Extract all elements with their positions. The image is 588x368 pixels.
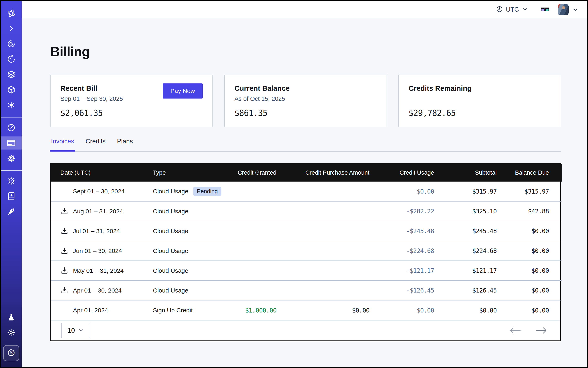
credit-usage-value: $0.00 [370,182,434,201]
table-row: Aug 01 – 31, 2024 Cloud Usage -$282.22 $… [51,201,562,221]
sidebar-item-theme[interactable] [1,326,22,339]
credit-purchase-amount-value [276,182,370,201]
page-size-value: 10 [67,327,75,334]
docs-book-icon [7,192,16,201]
clock-icon [496,6,503,13]
pay-now-button[interactable]: Pay Now [163,83,203,99]
invoice-date: Jun 01 – 30, 2024 [73,248,122,254]
subtotal-value: $121.17 [434,261,497,280]
atom-logo-icon [7,9,16,18]
column-header-credit-usage: Credit Usage [370,164,434,182]
invoice-type: Cloud Usage [153,287,188,294]
sidebar-item-expand[interactable] [1,22,22,35]
recent-bill-amount: $2,061.35 [60,108,203,118]
table-row: Apr 01 – 30, 2024 Cloud Usage -$126.45 $… [51,280,562,300]
3d-glasses-icon[interactable] [541,6,550,13]
app-logo[interactable] [1,7,22,20]
billing-card-icon [7,138,16,148]
tab-invoices[interactable]: Invoices [50,137,75,152]
tab-credits[interactable]: Credits [85,137,106,152]
main-area: UTC Billing Recent Bill Sep 01 – Sep 30,… [22,1,587,367]
gauge-icon [7,123,16,132]
history-timer-icon [7,55,16,64]
invoice-table-body: Sept 01 – 30, 2024 Cloud Usage Pending $… [51,182,562,320]
tab-plans[interactable]: Plans [116,137,134,152]
helm-icon [7,176,16,185]
download-invoice-icon[interactable] [60,207,69,215]
column-header-balance-due: Balance Due [497,164,562,182]
chevron-down-icon [78,327,84,334]
download-invoice-icon[interactable] [60,227,69,235]
sidebar-item-functions[interactable] [1,99,22,111]
subtotal-value: $325.10 [434,201,497,221]
sidebar-item-packages[interactable] [1,83,22,96]
sidebar-item-docs[interactable] [1,190,22,203]
sidebar: $ [1,1,22,367]
chevron-down-icon [522,6,528,13]
table-row: Apr 01, 2024 Sign Up Credit $1,000.00 $0… [51,300,562,320]
credit-purchase-amount-value: $0.00 [276,300,370,320]
download-invoice-icon[interactable] [60,247,69,255]
timezone-selector[interactable]: UTC [496,6,528,13]
sidebar-divider [1,170,22,171]
invoice-date: May 01 – 31, 2024 [73,267,124,274]
subtotal-value: $245.48 [434,221,497,241]
table-row: Sept 01 – 30, 2024 Cloud Usage Pending $… [51,182,562,201]
credit-granted-value [226,241,276,261]
sidebar-item-getting-started[interactable] [1,205,22,218]
sidebar-spacer [1,220,22,311]
download-invoice-icon[interactable] [60,267,69,275]
balance-due-value: $315.97 [497,182,562,201]
column-header-type: Type [153,164,226,182]
topbar: UTC [22,1,587,19]
balance-due-value: $0.00 [497,261,562,280]
card-title: Current Balance [235,84,377,92]
invoice-type: Cloud Usage [153,248,188,254]
credit-purchase-amount-value [276,221,370,241]
sidebar-item-billing[interactable] [1,137,22,149]
invoice-type: Cloud Usage [153,208,188,215]
sidebar-divider [1,117,22,118]
balance-due-value: $0.00 [497,280,562,300]
invoice-type: Cloud Usage [153,228,188,235]
sidebar-item-rewards[interactable]: $ [3,345,19,361]
card-title: Credits Remaining [408,84,551,92]
card-subtitle: As of Oct 15, 2025 [235,95,377,103]
observe-icon [7,39,16,48]
user-avatar[interactable] [558,4,569,15]
next-page-button[interactable] [535,326,548,335]
column-header-credit-purchase-amount: Credit Purchase Amount [276,164,370,182]
summary-cards: Recent Bill Sep 01 – Sep 30, 2025 $2,061… [50,75,561,127]
invoice-date: Apr 01, 2024 [73,307,108,314]
credit-usage-value: -$245.48 [370,221,434,241]
asterisk-icon [7,101,16,109]
previous-page-button[interactable] [509,326,522,335]
invoice-type: Cloud Usage [153,188,188,195]
invoice-date: Sept 01 – 30, 2024 [73,188,125,195]
cube-icon [7,85,16,94]
sidebar-item-usage[interactable] [1,121,22,134]
invoice-date: Jul 01 – 31, 2024 [73,228,120,235]
status-badge: Pending [193,187,221,196]
invoice-date: Aug 01 – 31, 2024 [73,208,123,215]
chevron-down-icon[interactable] [572,6,579,13]
download-invoice-icon[interactable] [60,286,69,294]
table-row: Jun 01 – 30, 2024 Cloud Usage -$224.68 $… [51,241,562,261]
sidebar-item-settings[interactable] [1,152,22,165]
sidebar-item-labs[interactable] [1,311,22,324]
table-header-row: Date (UTC) Type Credit Granted Credit Pu… [51,164,562,182]
app-window: $ UTC Billing Recent Bill Sep 01 – Sep 3… [0,0,588,368]
sidebar-item-observe[interactable] [1,37,22,50]
sidebar-item-history[interactable] [1,53,22,66]
credits-remaining-card: Credits Remaining $29,782.65 [398,75,561,127]
sidebar-item-admin[interactable] [1,175,22,187]
page-size-select[interactable]: 10 [61,323,90,338]
brightness-sun-icon [7,328,16,337]
flask-icon [7,313,16,322]
chevron-right-icon [7,25,15,33]
gear-icon [7,154,16,163]
timezone-label: UTC [506,6,519,13]
invoices-table: Date (UTC) Type Credit Granted Credit Pu… [50,163,561,341]
credit-usage-value: -$282.22 [370,201,434,221]
sidebar-item-layers[interactable] [1,68,22,81]
